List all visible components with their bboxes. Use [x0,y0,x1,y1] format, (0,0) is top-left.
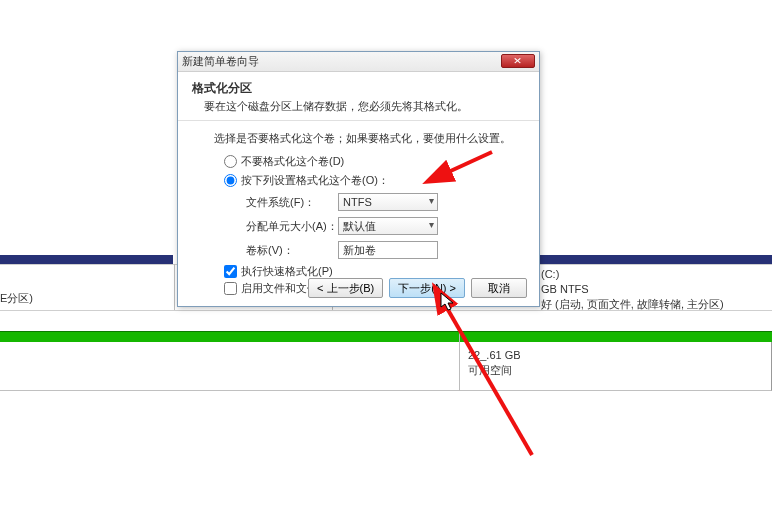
volume-label-value: 新加卷 [343,243,376,258]
radio-no-format-input[interactable] [224,155,237,168]
volume-label-label: 卷标(V)： [246,243,338,258]
partition-label: E分区) [0,291,33,306]
section-subtext: 要在这个磁盘分区上储存数据，您必须先将其格式化。 [204,99,525,114]
checkbox-compression-input[interactable] [224,282,237,295]
titlebar: 新建简单卷向导 ✕ [178,52,539,72]
filesystem-value: NTFS [343,196,372,208]
radio-do-format-input[interactable] [224,174,237,187]
back-button[interactable]: < 上一步(B) [308,278,383,298]
radio-no-format[interactable]: 不要格式化这个卷(D) [224,154,525,169]
divider [178,120,539,121]
dialog-title: 新建简单卷向导 [182,54,259,69]
free-space-text: 可用空间 [468,363,763,378]
filesystem-select[interactable]: NTFS [338,193,438,211]
free-space-size: 22_.61 GB [468,348,763,363]
radio-no-format-label: 不要格式化这个卷(D) [241,154,344,169]
checkbox-quick-format-label: 执行快速格式化(P) [241,264,333,279]
radio-do-format-label: 按下列设置格式化这个卷(O)： [241,173,389,188]
partition-strip-1 [0,255,173,264]
separator [174,264,175,310]
section-heading: 格式化分区 [192,80,525,97]
filesystem-label: 文件系统(F)： [246,195,338,210]
close-icon: ✕ [513,57,523,66]
c-drive-info: (C:) GB NTFS 好 (启动, 页面文件, 故障转储, 主分区) [541,267,724,312]
volume-label-input[interactable]: 新加卷 [338,241,438,259]
close-button[interactable]: ✕ [501,54,535,68]
c-drive-letter: (C:) [541,267,724,282]
allocation-select[interactable]: 默认值 [338,217,438,235]
c-drive-size: GB NTFS [541,282,724,297]
separator [459,331,460,391]
next-button[interactable]: 下一步(N) > [389,278,465,298]
free-space-panel: 22_.61 GB 可用空间 [460,342,772,391]
checkbox-quick-format-input[interactable] [224,265,237,278]
checkbox-quick-format[interactable]: 执行快速格式化(P) [224,264,525,279]
free-space-panel-left [0,342,460,391]
instruction-text: 选择是否要格式化这个卷；如果要格式化，要使用什么设置。 [214,131,525,146]
allocation-label: 分配单元大小(A)： [246,219,338,234]
free-space-strip [0,331,772,342]
c-drive-status: 好 (启动, 页面文件, 故障转储, 主分区) [541,297,724,312]
radio-do-format[interactable]: 按下列设置格式化这个卷(O)： [224,173,525,188]
cancel-button[interactable]: 取消 [471,278,527,298]
wizard-dialog: 新建简单卷向导 ✕ 格式化分区 要在这个磁盘分区上储存数据，您必须先将其格式化。… [177,51,540,307]
allocation-value: 默认值 [343,219,376,234]
